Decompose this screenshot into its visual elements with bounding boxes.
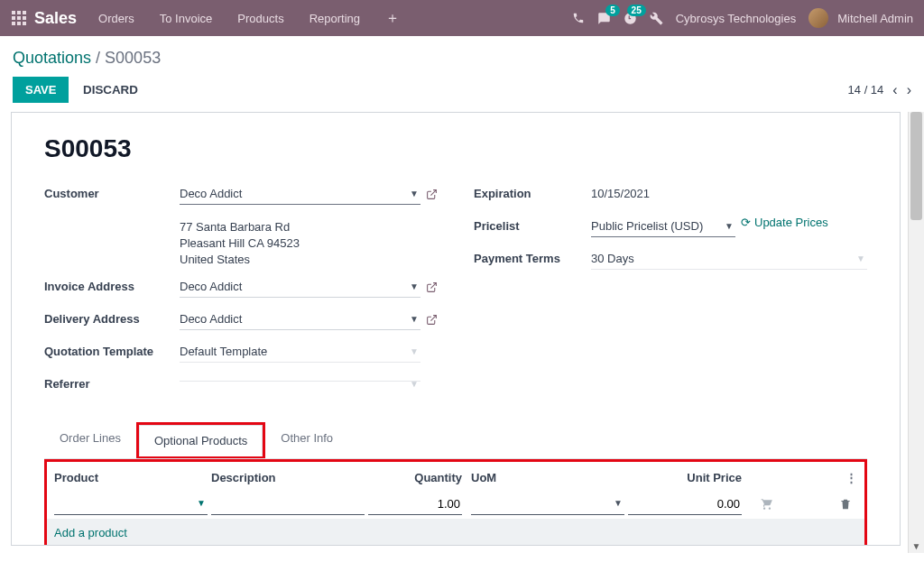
opt-row: ▼ ▼	[47, 490, 864, 519]
referrer-field[interactable]	[180, 373, 420, 382]
tab-order-lines[interactable]: Order Lines	[44, 422, 136, 459]
breadcrumb-root[interactable]: Quotations	[13, 49, 91, 67]
pricelist-label: Pricelist	[474, 216, 591, 233]
expiration-field[interactable]: 10/15/2021	[591, 183, 867, 205]
nav-item-reporting[interactable]: Reporting	[297, 12, 373, 25]
caret-down-icon: ▼	[197, 498, 206, 508]
scroll-down-icon[interactable]: ▼	[909, 539, 924, 553]
opt-uom-input[interactable]	[471, 493, 624, 515]
opt-table-header: Product Description Quantity UoM Unit Pr…	[47, 462, 864, 490]
col-quantity: Quantity	[368, 471, 467, 484]
svg-rect-4	[17, 16, 21, 20]
expiration-label: Expiration	[474, 183, 591, 200]
invoice-address-field[interactable]: Deco Addict	[180, 276, 420, 298]
avatar	[808, 8, 828, 28]
left-column: Customer Deco Addict ▼ 77 Santa Barbara …	[44, 183, 438, 406]
debug-icon[interactable]	[650, 12, 663, 25]
opt-unit-price-input[interactable]	[628, 493, 742, 515]
user-menu[interactable]: Mitchell Admin	[808, 8, 913, 28]
top-nav: Sales Orders To Invoice Products Reporti…	[0, 0, 924, 36]
svg-rect-2	[23, 11, 26, 14]
col-uom: UoM	[471, 471, 624, 484]
add-product-link[interactable]: Add a product	[54, 526, 208, 539]
kebab-menu-icon[interactable]: ⋮	[830, 471, 857, 484]
svg-rect-5	[23, 16, 26, 20]
svg-rect-3	[12, 16, 15, 20]
user-name: Mitchell Admin	[837, 12, 913, 25]
phone-icon[interactable]	[572, 12, 585, 24]
app-brand[interactable]: Sales	[34, 9, 77, 28]
svg-rect-8	[23, 22, 26, 25]
chat-icon[interactable]: 5	[597, 12, 611, 25]
nav-item-to-invoice[interactable]: To Invoice	[147, 12, 226, 25]
save-button[interactable]: SAVE	[13, 77, 69, 103]
nav-item-plus-icon[interactable]: ＋	[373, 9, 412, 28]
quotation-template-label: Quotation Template	[44, 341, 180, 358]
svg-line-9	[430, 190, 436, 196]
scrollbar[interactable]: ▲ ▼	[908, 112, 924, 553]
activity-badge: 25	[627, 5, 646, 16]
breadcrumb: Quotations / S00053	[13, 49, 161, 68]
payment-terms-label: Payment Terms	[474, 248, 591, 265]
activity-icon[interactable]: 25	[624, 12, 637, 25]
svg-line-10	[430, 282, 436, 288]
delivery-address-field[interactable]: Deco Addict	[180, 309, 420, 330]
opt-quantity-input[interactable]	[368, 493, 462, 515]
right-column: Expiration 10/15/2021 Pricelist Public P…	[474, 183, 867, 406]
customer-label: Customer	[44, 183, 180, 200]
delete-row-icon[interactable]	[830, 497, 857, 511]
tabs: Order Lines Optional Products Other Info	[44, 422, 867, 459]
customer-field[interactable]: Deco Addict	[180, 183, 420, 205]
breadcrumb-current: S00053	[105, 49, 161, 67]
svg-line-11	[430, 315, 436, 320]
breadcrumb-row: Quotations / S00053	[0, 36, 924, 73]
payment-terms-field[interactable]: 30 Days	[591, 248, 867, 270]
quotation-template-field[interactable]: Default Template	[180, 341, 420, 363]
pager-next-icon[interactable]: ›	[907, 82, 911, 98]
tab-optional-products[interactable]: Optional Products	[139, 425, 263, 456]
apps-icon[interactable]	[5, 11, 32, 25]
external-link-icon[interactable]	[426, 309, 438, 326]
col-product: Product	[54, 471, 208, 484]
address-line3: United States	[180, 252, 438, 268]
company-switcher[interactable]: Cybrosys Technologies	[676, 12, 796, 25]
pricelist-field[interactable]: Public Pricelist (USD)	[591, 216, 735, 237]
address-line1: 77 Santa Barbara Rd	[180, 219, 438, 235]
company-name: Cybrosys Technologies	[676, 12, 796, 25]
svg-rect-1	[17, 11, 21, 14]
opt-description-input[interactable]	[211, 493, 365, 515]
svg-rect-6	[12, 22, 15, 25]
delivery-address-label: Delivery Address	[44, 309, 180, 326]
doc-title: S00053	[44, 134, 867, 163]
opt-product-input[interactable]	[54, 493, 208, 515]
update-prices-link[interactable]: ⟳ Update Prices	[741, 216, 828, 229]
add-to-order-icon[interactable]	[749, 497, 785, 511]
col-description: Description	[211, 471, 365, 484]
tab-other-info[interactable]: Other Info	[265, 422, 348, 459]
external-link-icon[interactable]	[426, 183, 438, 200]
col-unit-price: Unit Price	[628, 471, 745, 484]
address-line2: Pleasant Hill CA 94523	[180, 235, 438, 252]
refresh-icon: ⟳	[741, 216, 751, 229]
external-link-icon[interactable]	[426, 276, 438, 293]
referrer-label: Referrer	[44, 373, 180, 391]
form-sheet: S00053 Customer Deco Addict ▼ 77 Santa B…	[11, 112, 901, 546]
pager-prev-icon[interactable]: ‹	[892, 82, 897, 98]
actions-row: SAVE DISCARD 14 / 14 ‹ ›	[0, 73, 924, 112]
scroll-thumb[interactable]	[910, 112, 922, 220]
nav-item-products[interactable]: Products	[225, 12, 296, 25]
caret-down-icon: ▼	[614, 498, 623, 508]
pager-count: 14 / 14	[848, 83, 884, 97]
discard-button[interactable]: DISCARD	[72, 77, 149, 103]
nav-item-orders[interactable]: Orders	[86, 12, 147, 25]
svg-rect-0	[12, 11, 15, 14]
invoice-address-label: Invoice Address	[44, 276, 180, 293]
pager: 14 / 14 ‹ ›	[848, 82, 911, 98]
svg-rect-7	[17, 22, 21, 25]
optional-products-pane: Product Description Quantity UoM Unit Pr…	[44, 459, 867, 546]
chat-badge: 5	[605, 5, 620, 16]
